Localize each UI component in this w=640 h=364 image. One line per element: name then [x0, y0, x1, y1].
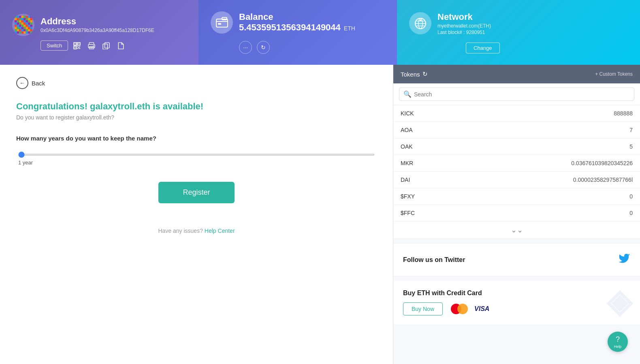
back-arrow-icon: ←	[16, 77, 28, 89]
svg-rect-50	[19, 29, 21, 32]
buy-eth-box: Buy ETH with Credit Card Buy Now VISA ◈	[393, 281, 640, 324]
svg-rect-81	[103, 44, 107, 49]
slider-label: 1 year	[18, 160, 375, 166]
main-content: ← Back Congratulations! galaxytroll.eth …	[0, 65, 393, 364]
balance-amount: 5.4535951356394149044	[239, 22, 341, 33]
back-button[interactable]: ← Back	[16, 77, 377, 89]
refresh-icon[interactable]: ↻	[257, 41, 270, 54]
svg-rect-9	[17, 18, 19, 21]
svg-rect-52	[23, 29, 26, 32]
file-icon[interactable]	[115, 40, 126, 51]
help-button-label: Help	[614, 345, 622, 349]
network-icon	[409, 12, 431, 34]
address-actions: Switch	[41, 40, 186, 51]
register-button[interactable]: Register	[158, 182, 234, 203]
token-row-kick: KICK 888888	[393, 105, 640, 122]
token-row-oak: OAK 5	[393, 138, 640, 155]
svg-rect-19	[21, 20, 23, 23]
svg-rect-24	[15, 23, 17, 25]
svg-rect-30	[28, 23, 30, 25]
svg-rect-32	[15, 25, 17, 27]
address-value: 0x0A6c3Df4dA90879b3426a3A90ff45a128D17DF…	[41, 28, 154, 33]
svg-rect-78	[90, 47, 93, 48]
svg-rect-16	[15, 20, 17, 23]
eth-watermark: ◈	[607, 283, 632, 320]
tokens-label: Tokens	[401, 71, 420, 78]
more-icon[interactable]: ···	[239, 41, 252, 54]
token-value-oak: 5	[629, 143, 633, 150]
svg-rect-33	[17, 25, 19, 27]
copy-icon[interactable]	[100, 40, 112, 51]
help-button[interactable]: ? Help	[608, 332, 628, 352]
header-panels: Address 0x0A6c3Df4dA90879b3426a3A90ff45a…	[0, 0, 640, 65]
svg-rect-75	[90, 43, 94, 45]
load-more-button[interactable]: ⌄⌄	[393, 221, 640, 239]
svg-rect-27	[21, 23, 23, 25]
svg-rect-34	[19, 25, 21, 27]
buy-now-button[interactable]: Buy Now	[403, 302, 443, 315]
svg-rect-12	[23, 18, 26, 21]
print-icon[interactable]	[86, 40, 97, 51]
svg-rect-15	[30, 18, 32, 21]
svg-rect-22	[28, 20, 30, 23]
svg-rect-31	[30, 23, 32, 25]
svg-rect-13	[26, 18, 28, 21]
svg-rect-46	[28, 27, 30, 30]
svg-rect-58	[19, 32, 21, 34]
svg-rect-0	[15, 16, 17, 18]
token-row-mkr: MKR 0.036761039820345226	[393, 155, 640, 172]
visa-icon: VISA	[474, 305, 489, 313]
svg-rect-26	[19, 23, 21, 25]
year-slider-container: 1 year	[16, 150, 377, 166]
change-button[interactable]: Change	[466, 43, 500, 53]
svg-rect-18	[19, 20, 21, 23]
svg-rect-61	[26, 32, 28, 34]
custom-tokens-link[interactable]: + Custom Tokens	[595, 71, 633, 77]
sidebar: Tokens ↻ + Custom Tokens 🔍 KICK 888888 A…	[393, 65, 640, 364]
svg-rect-14	[28, 18, 30, 21]
balance-actions: ··· ↻	[239, 41, 385, 54]
token-name-ffc: $FFC	[401, 210, 415, 216]
svg-rect-8	[15, 18, 17, 21]
svg-rect-71	[79, 46, 80, 47]
svg-rect-83	[218, 23, 221, 25]
svg-rect-60	[23, 32, 26, 34]
token-value-aoa: 7	[629, 127, 633, 133]
svg-rect-37	[26, 25, 28, 27]
token-value-ffc: 0	[629, 210, 633, 216]
svg-rect-40	[15, 27, 17, 30]
svg-rect-48	[15, 29, 17, 32]
refresh-tokens-icon[interactable]: ↻	[422, 70, 428, 78]
help-center-link[interactable]: Help Center	[205, 228, 235, 234]
svg-rect-36	[23, 25, 26, 27]
svg-rect-51	[21, 29, 23, 32]
svg-rect-39	[30, 25, 32, 27]
search-wrap: 🔍	[399, 87, 634, 101]
token-name-dai: DAI	[401, 177, 410, 183]
year-slider[interactable]	[18, 154, 375, 155]
twitter-text: Follow us on Twitter	[403, 256, 465, 264]
twitter-box: Follow us on Twitter	[393, 243, 640, 277]
network-title: Network	[437, 12, 491, 22]
mastercard-icon	[451, 304, 468, 314]
address-panel: Address 0x0A6c3Df4dA90879b3426a3A90ff45a…	[0, 0, 198, 65]
svg-rect-25	[17, 23, 19, 25]
token-value-mkr: 0.036761039820345226	[571, 160, 633, 166]
svg-rect-17	[17, 20, 19, 23]
address-icon	[12, 14, 34, 36]
svg-rect-80	[105, 43, 109, 48]
svg-rect-69	[75, 47, 76, 48]
token-value-fxy: 0	[629, 193, 633, 200]
twitter-icon[interactable]	[618, 252, 630, 267]
qr-icon[interactable]	[71, 40, 83, 51]
svg-rect-55	[30, 29, 32, 32]
svg-rect-44	[23, 27, 26, 30]
buy-eth-title: Buy ETH with Credit Card	[403, 289, 630, 297]
search-input[interactable]	[414, 91, 630, 98]
switch-button[interactable]: Switch	[41, 40, 68, 51]
tokens-title-row: Tokens ↻	[401, 70, 428, 78]
address-title: Address	[41, 16, 154, 27]
svg-rect-62	[28, 32, 30, 34]
svg-rect-11	[21, 18, 23, 21]
svg-rect-72	[79, 47, 79, 48]
